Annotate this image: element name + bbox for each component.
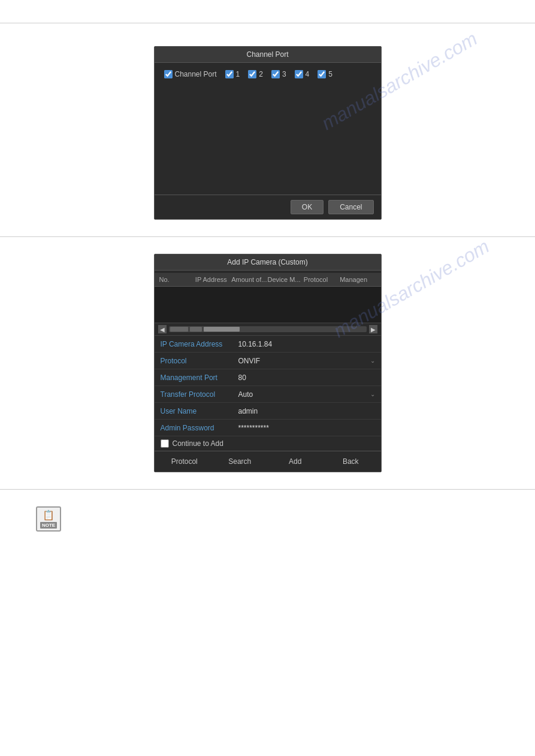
transfer-protocol-value-text: Auto <box>238 390 253 399</box>
checkbox-ch5-input[interactable] <box>318 70 326 78</box>
channel-port-row: Channel Port 1 2 3 <box>164 70 371 78</box>
ipcam-table-area: No. IP Address Amount of... Device M... … <box>155 271 381 336</box>
checkbox-ch3-input[interactable] <box>271 70 280 78</box>
col-device: Device M... <box>267 276 303 283</box>
col-no: No. <box>159 276 195 283</box>
form-row-username: User Name admin <box>155 403 381 420</box>
continue-to-add-row: Continue to Add <box>155 436 381 451</box>
note-label: NOTE <box>40 522 57 529</box>
checkbox-channel-port-main[interactable]: Channel Port <box>164 70 217 78</box>
checkbox-ch4[interactable]: 4 <box>295 70 310 78</box>
value-username[interactable]: admin <box>238 407 375 415</box>
checkbox-main-label: Channel Port <box>175 70 217 78</box>
add-ipcam-dialog-title: Add IP Camera (Custom) <box>155 254 381 271</box>
ipcam-scrollbar-row[interactable]: ◀ ▶ <box>155 323 381 336</box>
checkbox-ch3[interactable]: 3 <box>271 70 286 78</box>
top-divider <box>0 23 535 23</box>
form-row-password: Admin Password *********** <box>155 420 381 436</box>
search-button[interactable]: Search <box>212 455 268 468</box>
label-protocol: Protocol <box>161 357 238 365</box>
checkbox-ch5[interactable]: 5 <box>318 70 333 78</box>
ipcam-table-body <box>155 287 381 323</box>
form-row-mgmt-port: Management Port 80 <box>155 369 381 386</box>
value-transfer-protocol[interactable]: Auto ⌄ <box>238 390 375 399</box>
continue-to-add-checkbox[interactable] <box>161 439 169 448</box>
transfer-protocol-dropdown-arrow: ⌄ <box>370 391 375 397</box>
scroll-segment-active <box>204 327 240 332</box>
channel-port-dialog-title: Channel Port <box>155 47 381 63</box>
add-ipcam-dialog: Add IP Camera (Custom) No. IP Address Am… <box>154 254 382 472</box>
continue-to-add-label: Continue to Add <box>173 439 223 448</box>
bottom-divider <box>0 489 535 490</box>
checkbox-ch2[interactable]: 2 <box>248 70 263 78</box>
checkbox-main-input[interactable] <box>164 70 173 78</box>
checkbox-ch1-label: 1 <box>236 70 240 78</box>
checkbox-ch2-label: 2 <box>259 70 263 78</box>
channel-port-body: Channel Port 1 2 3 <box>155 63 381 195</box>
scroll-segment-1 <box>170 327 188 332</box>
note-icon-symbol: 📋 <box>43 509 55 521</box>
section-add-ipcam: Add IP Camera (Custom) No. IP Address Am… <box>0 248 535 478</box>
section-channel-port: Channel Port Channel Port 1 2 <box>0 34 535 226</box>
checkbox-ch3-label: 3 <box>282 70 286 78</box>
scroll-right-button[interactable]: ▶ <box>369 325 377 333</box>
middle-divider <box>0 236 535 237</box>
col-protocol: Protocol <box>304 276 340 283</box>
value-protocol[interactable]: ONVIF ⌄ <box>238 357 375 365</box>
scroll-track[interactable] <box>169 326 367 332</box>
ipcam-dialog-footer: Protocol Search Add Back <box>155 451 381 472</box>
value-password[interactable]: *********** <box>238 424 375 432</box>
value-mgmt-port[interactable]: 80 <box>238 374 375 382</box>
form-row-ip-address: IP Camera Address 10.16.1.84 <box>155 336 381 353</box>
col-manage: Managen <box>340 276 376 283</box>
col-amount: Amount of... <box>231 276 267 283</box>
add-button[interactable]: Add <box>268 455 324 468</box>
protocol-dropdown-arrow: ⌄ <box>370 357 375 364</box>
ipcam-table-header: No. IP Address Amount of... Device M... … <box>155 273 381 287</box>
checkbox-ch4-input[interactable] <box>295 70 303 78</box>
label-transfer-protocol: Transfer Protocol <box>161 390 238 399</box>
checkbox-ch2-input[interactable] <box>248 70 256 78</box>
protocol-button[interactable]: Protocol <box>157 455 213 468</box>
col-ip: IP Address <box>195 276 231 283</box>
cancel-button[interactable]: Cancel <box>328 200 373 214</box>
note-icon-inner: 📋 NOTE <box>36 506 61 532</box>
channel-port-dialog: Channel Port Channel Port 1 2 <box>154 46 382 220</box>
checkbox-ch4-label: 4 <box>306 70 310 78</box>
label-password: Admin Password <box>161 424 238 432</box>
label-mgmt-port: Management Port <box>161 374 238 382</box>
note-section: 📋 NOTE <box>0 500 535 544</box>
form-row-protocol: Protocol ONVIF ⌄ <box>155 353 381 369</box>
checkbox-ch5-label: 5 <box>328 70 333 78</box>
scroll-left-button[interactable]: ◀ <box>158 325 167 333</box>
page-container: Channel Port Channel Port 1 2 <box>0 0 535 756</box>
scroll-segment-2 <box>190 327 202 332</box>
checkbox-ch1-input[interactable] <box>225 70 234 78</box>
value-ip-address[interactable]: 10.16.1.84 <box>238 340 375 348</box>
label-username: User Name <box>161 407 238 415</box>
back-button[interactable]: Back <box>323 455 379 468</box>
checkbox-ch1[interactable]: 1 <box>225 70 240 78</box>
ipcam-form: IP Camera Address 10.16.1.84 Protocol ON… <box>155 336 381 451</box>
ok-button[interactable]: OK <box>291 200 324 214</box>
note-icon: 📋 NOTE <box>36 506 61 532</box>
form-row-transfer-protocol: Transfer Protocol Auto ⌄ <box>155 386 381 403</box>
label-ip-address: IP Camera Address <box>161 340 238 348</box>
protocol-value-text: ONVIF <box>238 357 261 365</box>
channel-port-dialog-footer: OK Cancel <box>155 195 381 219</box>
